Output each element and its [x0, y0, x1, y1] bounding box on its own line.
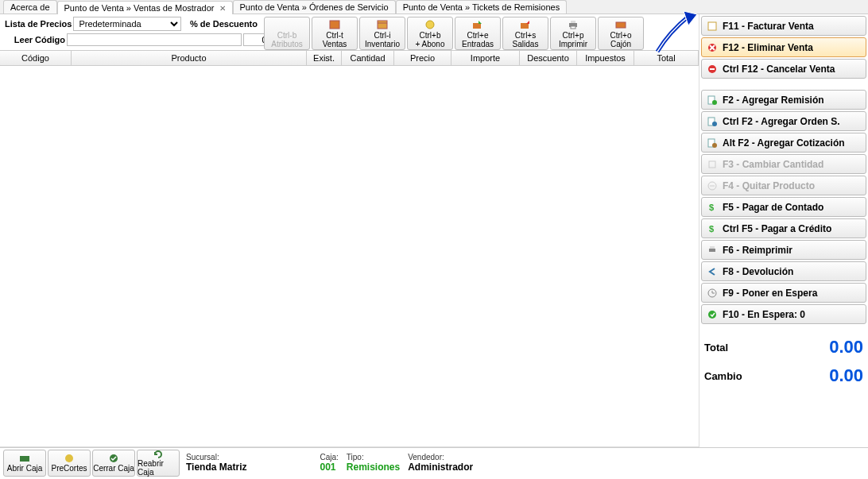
toolbar-payment[interactable]: Ctrl+b + Abono [407, 17, 453, 50]
action-f11-invoice[interactable]: F11 - Facturar Venta [701, 16, 866, 36]
qty-icon [707, 159, 718, 170]
box-label: Caja: [320, 453, 338, 462]
return-icon [707, 266, 718, 277]
svg-point-17 [712, 100, 717, 105]
col-exist[interactable]: Exist. [307, 51, 342, 65]
action-f5-pay-cash[interactable]: $F5 - Pagar de Contado [701, 197, 866, 217]
action-altf2-add-quote[interactable]: Alt F2 - Agregar Cotización [701, 133, 866, 153]
precut-icon [64, 453, 75, 464]
svg-rect-7 [571, 21, 575, 23]
box-value: 001 [320, 462, 338, 473]
col-codigo[interactable]: Código [0, 51, 72, 65]
col-total[interactable]: Total [634, 51, 699, 65]
type-label: Tipo: [347, 453, 400, 462]
close-cash-icon [108, 453, 119, 464]
toolbar-attributes: Ctrl-b Atributos [264, 17, 310, 50]
tab-pos-counter-sales[interactable]: Punto de Venta » Ventas de Mostrador✕ [57, 1, 233, 14]
grid-header: Código Producto Exist. Cantidad Precio I… [0, 50, 699, 66]
bottom-reopen-cash[interactable]: Reabrir Caja [137, 450, 180, 477]
col-cantidad[interactable]: Cantidad [342, 51, 394, 65]
actions-panel: F11 - Facturar Venta F12 - Eliminar Vent… [699, 14, 868, 447]
svg-rect-10 [708, 22, 716, 30]
bottom-bar: Abrir Caja PreCortes Cerrar Caja Reabrir… [0, 447, 868, 477]
toolbar-drawer[interactable]: Ctrl+o Cajón [598, 17, 644, 50]
svg-text:$: $ [709, 203, 714, 212]
invoice-icon [707, 21, 718, 32]
action-f9-hold[interactable]: F9 - Poner en Espera [701, 283, 866, 303]
col-impuestos[interactable]: Impuestos [577, 51, 634, 65]
reopen-cash-icon [153, 450, 164, 459]
action-ctrlf5-pay-credit[interactable]: $Ctrl F5 - Pagar a Crédito [701, 218, 866, 238]
tab-about[interactable]: Acerca de [3, 0, 57, 14]
tab-pos-remission-tickets[interactable]: Punto de Venta » Tickets de Remisiones [396, 0, 568, 14]
sales-icon [328, 19, 341, 30]
toolbar-sales[interactable]: Ctrl-t Ventas [312, 17, 358, 50]
in-icon [471, 19, 484, 30]
col-descuento[interactable]: Descuento [520, 51, 577, 65]
change-value: 0.00 [829, 365, 863, 386]
svg-rect-33 [20, 456, 29, 462]
toolbar-inventory[interactable]: Ctrl-i Inventario [359, 17, 405, 50]
bottom-precuts[interactable]: PreCortes [48, 450, 91, 477]
svg-rect-4 [473, 23, 481, 29]
credit-icon: $ [707, 223, 718, 234]
bottom-close-cash[interactable]: Cerrar Caja [92, 450, 135, 477]
svg-rect-27 [709, 249, 715, 252]
seller-value: Administrador [408, 462, 473, 473]
read-code-input[interactable] [67, 33, 242, 46]
col-producto[interactable]: Producto [72, 51, 307, 65]
action-f10-waiting[interactable]: F10 - En Espera: 0 [701, 304, 866, 324]
attributes-icon [281, 19, 293, 30]
toolbar-print[interactable]: Ctrl+p Imprimir [550, 17, 596, 50]
bottom-open-cash[interactable]: Abrir Caja [3, 450, 46, 477]
svg-rect-1 [378, 21, 387, 29]
branch-label: Sucursal: [186, 453, 246, 462]
drawer-icon [614, 19, 627, 30]
toolbar-entries[interactable]: Ctrl+e Entradas [455, 17, 501, 50]
action-f3-change-qty: F3 - Cambiar Cantidad [701, 154, 866, 174]
action-ctrlf12-cancel[interactable]: Ctrl F12 - Cancelar Venta [701, 59, 866, 79]
add-remit-icon [707, 95, 718, 106]
close-icon[interactable]: ✕ [219, 4, 226, 13]
action-f12-delete[interactable]: F12 - Eliminar Venta [701, 37, 866, 57]
type-value: Remisiones [347, 462, 400, 473]
svg-text:$: $ [709, 224, 714, 234]
toolbar-outputs[interactable]: Ctrl+s Salidas [502, 17, 548, 50]
price-list-select[interactable]: Predeterminada [73, 17, 181, 31]
add-order-icon [707, 116, 718, 127]
tab-bar: Acerca de Punto de Venta » Ventas de Mos… [0, 0, 868, 14]
grid-body[interactable] [0, 66, 699, 447]
delete-icon [707, 42, 718, 53]
add-quote-icon [707, 137, 718, 149]
svg-rect-9 [616, 22, 626, 28]
action-f6-reprint[interactable]: F6 - Reimprimir [701, 240, 866, 260]
remove-icon [707, 180, 718, 191]
cash-icon: $ [707, 202, 718, 213]
reprint-icon [707, 245, 718, 256]
svg-point-21 [712, 143, 717, 148]
print-icon [567, 19, 579, 30]
svg-rect-5 [521, 23, 529, 29]
price-list-label: Lista de Precios [5, 19, 72, 29]
svg-rect-22 [709, 161, 715, 168]
svg-rect-28 [710, 246, 715, 249]
seller-label: Vendedor: [408, 453, 473, 462]
tab-pos-service-orders[interactable]: Punto de Venta » Órdenes de Servicio [233, 0, 396, 14]
svg-rect-8 [571, 26, 575, 29]
out-icon [519, 19, 532, 30]
change-label: Cambio [704, 370, 742, 382]
action-f8-return[interactable]: F8 - Devolución [701, 261, 866, 281]
col-precio[interactable]: Precio [394, 51, 451, 65]
svg-point-34 [65, 454, 73, 462]
action-ctrlf2-add-order[interactable]: Ctrl F2 - Agregar Orden S. [701, 111, 866, 131]
open-cash-icon [19, 453, 30, 464]
cancel-icon [707, 64, 718, 75]
action-f2-add-remit[interactable]: F2 - Agregar Remisión [701, 90, 866, 110]
total-value: 0.00 [829, 337, 863, 357]
col-importe[interactable]: Importe [451, 51, 520, 65]
hold-icon [707, 288, 718, 299]
action-f4-remove: F4 - Quitar Producto [701, 176, 866, 195]
svg-rect-0 [330, 21, 339, 29]
svg-point-3 [426, 21, 434, 29]
svg-point-32 [708, 311, 716, 319]
